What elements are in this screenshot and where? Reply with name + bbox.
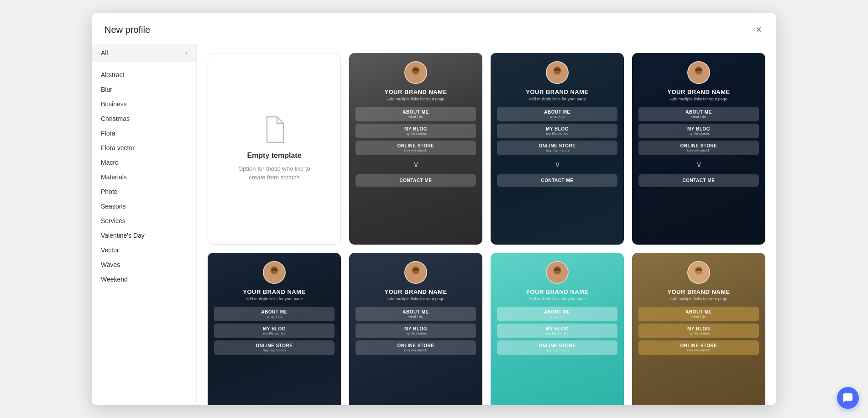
svg-point-3	[413, 70, 415, 71]
my-blog-btn[interactable]: MY BLOG my life stories	[638, 324, 759, 338]
brand-name: YOUR BRAND NAME	[526, 89, 589, 95]
about-me-btn[interactable]: ABOUT ME what I do	[497, 307, 617, 321]
online-store-btn[interactable]: ONLINE STORE buy my merch	[638, 340, 759, 355]
about-me-btn[interactable]: ABOUT ME what I do	[356, 307, 476, 321]
svg-point-28	[555, 270, 556, 271]
chevron-right-icon: ›	[185, 50, 187, 56]
avatar-image	[405, 62, 426, 83]
sidebar-item-services[interactable]: Services	[92, 214, 196, 228]
svg-point-24	[417, 270, 418, 271]
sidebar-item-abstract[interactable]: Abstract	[92, 68, 196, 82]
modal-body: All › Abstract Blur Business Christmas F…	[92, 44, 776, 405]
link-buttons: ABOUT ME what I do MY BLOG my life stori…	[497, 107, 617, 187]
svg-point-18	[272, 270, 273, 271]
brand-name: YOUR BRAND NAME	[667, 288, 730, 295]
avatar	[687, 261, 710, 284]
my-blog-btn[interactable]: MY BLOG my life stories	[356, 124, 476, 138]
brand-subtitle: Add multiple links for your page	[387, 297, 444, 301]
online-store-btn[interactable]: ONLINE STORE buy my merch	[497, 340, 617, 355]
link-buttons: ABOUT ME what I do MY BLOG my life stori…	[497, 307, 617, 355]
sidebar-item-materials[interactable]: Materials	[92, 170, 196, 184]
brand-subtitle: Add multiple links for your page	[670, 97, 727, 101]
brand-subtitle: Add multiple links for your page	[528, 97, 586, 101]
more-dots-icon: ∨	[638, 159, 759, 169]
about-me-btn[interactable]: ABOUT ME what I do	[356, 107, 476, 121]
about-me-btn[interactable]: ABOUT ME what I do	[638, 307, 759, 321]
contact-btn[interactable]: CONTACT ME	[356, 174, 476, 187]
sidebar-item-macro[interactable]: Macro	[92, 155, 196, 170]
avatar-image	[405, 262, 426, 283]
main-content: Empty template Option for those who like…	[197, 44, 776, 405]
sidebar-item-photo[interactable]: Photo	[92, 184, 196, 199]
svg-point-14	[700, 70, 701, 71]
avatar	[404, 261, 427, 284]
online-store-btn[interactable]: ONLINE STORE buy my merch	[356, 340, 476, 355]
more-dots-icon: ∨	[356, 159, 476, 169]
svg-point-8	[555, 70, 556, 71]
svg-point-31	[695, 266, 703, 274]
my-blog-btn[interactable]: MY BLOG my life stories	[638, 124, 759, 138]
avatar	[263, 261, 286, 284]
avatar	[404, 61, 427, 84]
link-buttons: ABOUT ME what I do MY BLOG my life stori…	[638, 307, 759, 355]
template-card-olive[interactable]: YOUR BRAND NAME Add multiple links for y…	[632, 253, 765, 405]
my-blog-btn[interactable]: MY BLOG my life stories	[497, 324, 617, 338]
brand-subtitle: Add multiple links for your page	[387, 97, 444, 101]
brand-name: YOUR BRAND NAME	[526, 288, 589, 295]
sidebar-item-valentines[interactable]: Valentine's Day	[92, 228, 196, 243]
template-card-dark-forest[interactable]: YOUR BRAND NAME Add multiple links for y…	[208, 253, 341, 405]
svg-point-9	[558, 70, 559, 71]
avatar	[546, 261, 569, 284]
avatar-image	[547, 262, 568, 283]
svg-point-21	[412, 266, 420, 274]
online-store-btn[interactable]: ONLINE STORE buy my merch	[638, 141, 759, 155]
svg-point-33	[696, 270, 698, 271]
online-store-btn[interactable]: ONLINE STORE buy my merch	[214, 340, 335, 355]
sidebar-item-seasons[interactable]: Seasons	[92, 199, 196, 214]
about-me-btn[interactable]: ABOUT ME what I do	[497, 107, 617, 121]
svg-point-34	[700, 270, 701, 271]
sidebar-item-vector[interactable]: Vector	[92, 243, 196, 257]
sidebar-item-christmas[interactable]: Christmas	[92, 111, 196, 126]
my-blog-btn[interactable]: MY BLOG my life stories	[497, 124, 617, 138]
sidebar-item-waves[interactable]: Waves	[92, 257, 196, 272]
template-card-dark-ocean[interactable]: YOUR BRAND NAME Add multiple links for y…	[491, 53, 624, 245]
chat-icon	[842, 392, 853, 403]
template-card-dark-night[interactable]: YOUR BRAND NAME Add multiple links for y…	[632, 53, 765, 245]
sidebar-item-flora[interactable]: Flora	[92, 126, 196, 141]
link-buttons: ABOUT ME what I do MY BLOG my life stori…	[214, 307, 335, 355]
online-store-btn[interactable]: ONLINE STORE buy my merch	[497, 141, 617, 155]
brand-subtitle: Add multiple links for your page	[246, 297, 303, 301]
close-button[interactable]: ×	[754, 23, 763, 37]
my-blog-btn[interactable]: MY BLOG my life stories	[214, 324, 335, 338]
chat-bubble-button[interactable]	[837, 387, 859, 409]
svg-point-19	[275, 270, 277, 271]
contact-btn[interactable]: CONTACT ME	[638, 174, 759, 187]
brand-name: YOUR BRAND NAME	[243, 288, 306, 295]
online-store-btn[interactable]: ONLINE STORE buy my merch	[356, 141, 476, 155]
contact-btn[interactable]: CONTACT ME	[497, 174, 617, 187]
svg-point-29	[558, 270, 559, 271]
template-card-dark-rain[interactable]: YOUR BRAND NAME Add multiple links for y…	[349, 253, 482, 405]
sidebar-item-business[interactable]: Business	[92, 97, 196, 111]
template-card-dark-gray[interactable]: YOUR BRAND NAME Add multiple links for y…	[349, 53, 482, 245]
about-me-btn[interactable]: ABOUT ME what I do	[214, 307, 335, 321]
template-card-teal[interactable]: YOUR BRAND NAME Add multiple links for y…	[491, 253, 624, 405]
svg-point-4	[417, 70, 418, 71]
about-me-btn[interactable]: ABOUT ME what I do	[638, 107, 759, 121]
avatar-image	[547, 62, 568, 83]
link-buttons: ABOUT ME what I do MY BLOG my life stori…	[638, 107, 759, 187]
sidebar-item-flora-vector[interactable]: Flora vector	[92, 141, 196, 155]
templates-grid: Empty template Option for those who like…	[208, 53, 765, 405]
brand-subtitle: Add multiple links for your page	[670, 297, 727, 301]
brand-name: YOUR BRAND NAME	[384, 89, 447, 95]
svg-point-23	[413, 270, 415, 271]
avatar-image	[688, 262, 709, 283]
my-blog-btn[interactable]: MY BLOG my life stories	[356, 324, 476, 338]
avatar	[687, 61, 710, 84]
empty-template-card[interactable]: Empty template Option for those who like…	[208, 53, 341, 245]
sidebar-item-blur[interactable]: Blur	[92, 82, 196, 97]
sidebar-item-weekend[interactable]: Weekend	[92, 272, 196, 287]
svg-point-13	[696, 70, 698, 71]
sidebar-item-all[interactable]: All ›	[92, 44, 196, 62]
